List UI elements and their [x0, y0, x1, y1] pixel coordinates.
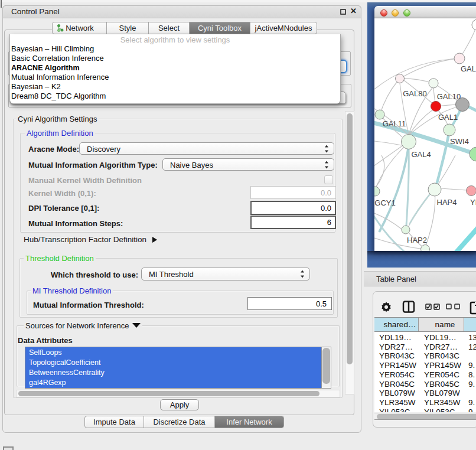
- svg-text:GAL1: GAL1: [438, 113, 458, 122]
- svg-text:GAL10: GAL10: [437, 92, 461, 101]
- svg-text:GAL2: GAL2: [461, 64, 476, 73]
- svg-text:HAP4: HAP4: [437, 198, 457, 207]
- svg-text:SWI4: SWI4: [450, 137, 469, 146]
- svg-text:GAL4: GAL4: [411, 150, 431, 159]
- svg-text:YM: YM: [470, 198, 476, 207]
- svg-text:GAL11: GAL11: [383, 119, 406, 128]
- svg-text:GCY1: GCY1: [374, 198, 395, 207]
- svg-text:HAP2: HAP2: [407, 236, 427, 244]
- svg-text:GAL80: GAL80: [403, 89, 426, 98]
